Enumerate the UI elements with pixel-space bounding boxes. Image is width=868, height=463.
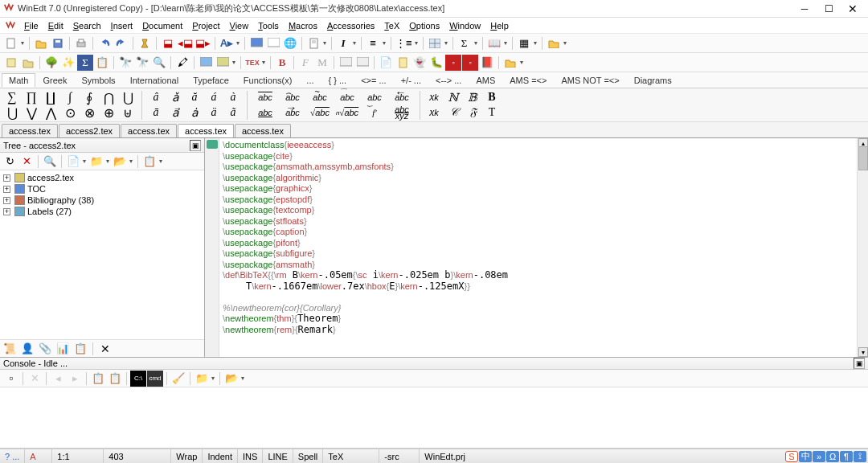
overleftarrow-button[interactable]: abc← <box>389 90 415 104</box>
subtab-0[interactable]: Math <box>2 73 35 88</box>
status-line[interactable]: LINE <box>263 449 293 463</box>
menu-insert[interactable]: Insert <box>106 19 138 32</box>
check-button[interactable]: ǎ <box>166 90 184 104</box>
tray-icon-5[interactable]: ⟟ <box>854 451 866 462</box>
console-prev-button[interactable]: ◂ <box>50 371 66 387</box>
vec-button[interactable]: a⃗ <box>166 105 184 120</box>
tray-icon-0[interactable]: S <box>785 451 798 462</box>
menu-tools[interactable]: Tools <box>253 19 284 32</box>
calc-button[interactable]: 𝒞 <box>444 105 462 120</box>
subtab-1[interactable]: Greek <box>35 73 74 88</box>
tree-toggle-button[interactable]: 🌳 <box>43 55 59 71</box>
gather4-button[interactable]: 📊 <box>55 341 71 357</box>
underline-button[interactable]: abc <box>252 105 278 120</box>
frac-button[interactable]: abcxyz <box>389 105 415 120</box>
prod-button[interactable]: ∏ <box>23 90 40 104</box>
bold-button[interactable]: B <box>483 90 501 104</box>
sup-button[interactable]: xk <box>425 90 443 104</box>
bigwedge-button[interactable]: ⋀ <box>42 105 59 120</box>
status-wrap[interactable]: Wrap <box>171 449 203 463</box>
minimize-button[interactable]: ─ <box>792 1 817 17</box>
status-spell[interactable]: Spell <box>293 449 323 463</box>
console-folder-button[interactable]: 📁 <box>194 371 210 387</box>
bigcup-button[interactable]: ⋃ <box>3 105 21 120</box>
align-button[interactable]: ≡ <box>365 35 381 51</box>
menu-document[interactable]: Document <box>137 19 187 32</box>
scroll-down-button[interactable]: ▾ <box>858 347 868 357</box>
filetab-2[interactable]: access.tex <box>121 124 177 137</box>
acrobat-button[interactable]: 📕 <box>479 55 495 71</box>
console-copy-button[interactable]: 📋 <box>90 371 106 387</box>
preview2-button[interactable] <box>215 55 231 71</box>
tree-expand-icon[interactable]: + <box>3 208 10 215</box>
nat-button[interactable]: ℕ <box>444 90 462 104</box>
subtab-9[interactable]: +/- ... <box>394 73 428 88</box>
save-button[interactable] <box>50 35 66 51</box>
menu-project[interactable]: Project <box>187 19 224 32</box>
tree-collapse-button[interactable]: ▣ <box>190 140 201 151</box>
folder-open-button[interactable] <box>502 55 518 71</box>
console-stop-button[interactable]: ✕ <box>27 371 43 387</box>
console-folder2-button[interactable]: 📂 <box>223 371 240 387</box>
widetilde-button[interactable]: abc~ <box>307 90 333 104</box>
tray-icon-1[interactable]: 中 <box>799 451 812 462</box>
bbb-button[interactable]: 𝔹 <box>464 90 481 104</box>
tree-item-2[interactable]: +Bibliography (38) <box>2 195 203 206</box>
sigma-button[interactable]: Σ <box>457 35 473 51</box>
tree-folder-button[interactable]: 📁 <box>88 154 104 170</box>
print-button[interactable] <box>73 35 89 51</box>
open-project-button[interactable] <box>20 55 36 71</box>
book-button[interactable]: 📖 <box>486 35 502 51</box>
menu-tex[interactable]: TeX <box>379 19 404 32</box>
dot-button[interactable]: ȧ <box>186 105 203 120</box>
status-ins[interactable]: INS <box>238 449 263 463</box>
ps-button[interactable]: 📄 <box>378 55 394 71</box>
menu-edit[interactable]: Edit <box>43 19 68 32</box>
subtab-10[interactable]: <--> ... <box>428 73 469 88</box>
bigoplus-button[interactable]: ⊕ <box>100 105 117 120</box>
close-button[interactable]: ✕ <box>841 1 865 17</box>
menu-view[interactable]: View <box>225 19 254 32</box>
console-clear-button[interactable]: 🧹 <box>170 371 186 387</box>
filetab-3[interactable]: access.tex <box>178 124 234 137</box>
sub-button[interactable]: xk <box>425 105 443 120</box>
font-button[interactable]: A▸ <box>219 35 235 51</box>
dvi-search-button[interactable] <box>354 55 371 71</box>
status-q[interactable]: ? ... <box>0 449 25 463</box>
format-button[interactable] <box>137 35 153 51</box>
biguplus-button[interactable]: ⊎ <box>119 105 137 120</box>
hat-button[interactable]: â <box>147 90 165 104</box>
editor-scrollbar[interactable]: ▴ ▾ <box>857 138 868 357</box>
text-button[interactable]: T <box>483 105 501 120</box>
gather1-button[interactable]: 📜 <box>2 341 18 357</box>
subtab-4[interactable]: Typeface <box>186 73 236 88</box>
int-button[interactable]: ∫ <box>61 90 79 104</box>
menu-file[interactable]: File <box>19 19 43 32</box>
tree-delete-button[interactable]: ✕ <box>18 154 35 170</box>
tree-close-button[interactable]: ✕ <box>97 341 113 357</box>
overrightarrow-button[interactable]: abc→ <box>280 105 305 120</box>
subtab-3[interactable]: International <box>123 73 186 88</box>
bug-button[interactable]: 🐛 <box>428 55 444 71</box>
tree-refresh-button[interactable]: ↻ <box>2 154 18 170</box>
console-cmd2-button[interactable]: cmd <box>147 371 163 387</box>
code-area[interactable]: \documentclass{ieeeaccess} \usepackage{c… <box>219 138 857 357</box>
acute-button[interactable]: á <box>205 90 223 104</box>
filetab-1[interactable]: access2.tex <box>59 124 120 137</box>
tree-expand-icon[interactable]: + <box>3 174 10 182</box>
bigcup2-button[interactable]: ⋃ <box>119 90 137 104</box>
subtab-2[interactable]: Symbols <box>74 73 122 88</box>
app-menu-icon[interactable] <box>5 20 16 31</box>
find-next-button[interactable]: 🔭 <box>134 55 150 71</box>
m-button[interactable]: M <box>314 55 330 71</box>
console-next-button[interactable]: ▸ <box>67 371 83 387</box>
overline-button[interactable]: abc <box>252 90 278 104</box>
ddot-button[interactable]: ä <box>205 105 223 120</box>
screen-white-button[interactable] <box>265 35 281 51</box>
frak-button[interactable]: 𝔉 <box>464 105 481 120</box>
sum-button[interactable]: ∑ <box>3 90 21 104</box>
breve-button[interactable]: ă <box>186 90 203 104</box>
folder-button[interactable] <box>546 35 562 51</box>
new-button[interactable] <box>3 35 19 51</box>
prime-button[interactable]: f' <box>362 105 387 120</box>
